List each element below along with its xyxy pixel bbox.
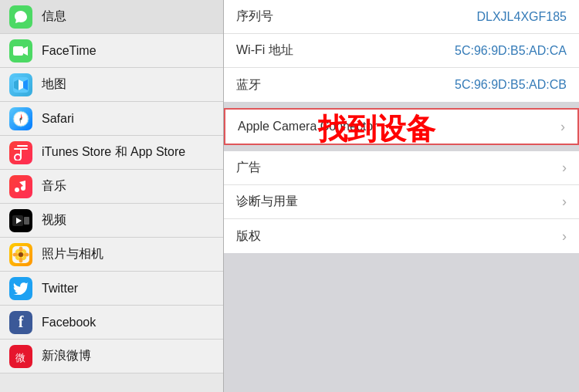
sidebar-label-music: 音乐: [42, 178, 66, 194]
sidebar-label-itunes: iTunes Store 和 App Store: [42, 144, 185, 161]
sidebar-item-music[interactable]: 音乐: [0, 170, 223, 204]
bluetooth-row: 蓝牙 5C:96:9D:B5:AD:CB: [224, 68, 579, 102]
ads-row[interactable]: 广告 ›: [224, 151, 579, 185]
camera-connector-chevron: ›: [560, 119, 565, 135]
sidebar-label-twitter: Twitter: [42, 282, 78, 296]
maps-icon: [9, 73, 32, 96]
serial-label: 序列号: [236, 8, 476, 25]
diagnostics-label: 诊断与用量: [236, 194, 556, 210]
sidebar-item-itunes[interactable]: iTunes Store 和 App Store: [0, 136, 223, 170]
svg-point-21: [24, 252, 29, 256]
svg-point-19: [19, 257, 23, 262]
bluetooth-value: 5C:96:9D:B5:AD:CB: [455, 78, 567, 92]
sidebar-label-safari: Safari: [42, 112, 74, 126]
serial-row: 序列号 DLXJL4XGF185: [224, 0, 579, 34]
svg-point-18: [19, 246, 23, 252]
sidebar-label-photos: 照片与相机: [42, 246, 103, 262]
sidebar-item-messages[interactable]: 信息: [0, 0, 223, 34]
sidebar-item-maps[interactable]: 地图: [0, 68, 223, 102]
svg-point-7: [20, 117, 22, 120]
copyright-chevron: ›: [562, 228, 567, 245]
wifi-row: Wi-Fi 地址 5C:96:9D:B5:AD:CA: [224, 34, 579, 68]
music-icon: [9, 175, 32, 198]
sidebar-label-weibo: 新浪微博: [42, 348, 91, 364]
svg-marker-1: [23, 46, 28, 56]
sidebar-label-video: 视频: [42, 212, 66, 228]
serial-value: DLXJL4XGF185: [476, 10, 567, 24]
sidebar-label-messages: 信息: [42, 8, 66, 25]
copyright-label: 版权: [236, 228, 556, 245]
sidebar-item-facebook[interactable]: f Facebook: [0, 306, 223, 340]
sidebar-item-twitter[interactable]: Twitter: [0, 272, 223, 306]
diagnostics-row[interactable]: 诊断与用量 ›: [224, 185, 579, 219]
twitter-icon: [9, 277, 32, 300]
wifi-value: 5C:96:9D:B5:AD:CA: [455, 44, 567, 58]
svg-rect-0: [13, 46, 23, 56]
svg-rect-15: [24, 217, 29, 225]
safari-icon: [9, 107, 32, 130]
bluetooth-label: 蓝牙: [236, 77, 455, 93]
sidebar-label-facetime: FaceTime: [42, 44, 96, 58]
bottom-section: 广告 › 诊断与用量 › 版权 ›: [224, 151, 579, 253]
sidebar-item-photos[interactable]: 照片与相机: [0, 238, 223, 272]
itunes-icon: [9, 141, 32, 164]
sidebar-item-safari[interactable]: Safari: [0, 102, 223, 136]
video-icon: [9, 209, 32, 232]
svg-point-26: [19, 252, 23, 257]
svg-point-12: [15, 155, 20, 160]
sidebar-item-weibo[interactable]: 微 新浪微博: [0, 340, 223, 373]
svg-text:微: 微: [15, 352, 25, 363]
wifi-label: Wi-Fi 地址: [236, 42, 455, 59]
camera-connector-row[interactable]: Apple Camera Connector 找到设备 ›: [225, 110, 577, 144]
ads-label: 广告: [236, 160, 556, 176]
ads-chevron: ›: [562, 160, 567, 176]
content-area: 序列号 DLXJL4XGF185 Wi-Fi 地址 5C:96:9D:B5:AD…: [224, 0, 579, 392]
facetime-icon: [9, 39, 32, 63]
sidebar-label-maps: 地图: [42, 76, 66, 93]
annotation-text: 找到设备: [318, 110, 435, 149]
copyright-row[interactable]: 版权 ›: [224, 219, 579, 253]
svg-rect-11: [20, 148, 22, 158]
photos-icon: [9, 243, 32, 266]
camera-connector-section[interactable]: Apple Camera Connector 找到设备 ›: [224, 108, 579, 145]
sidebar-item-video[interactable]: 视频: [0, 204, 223, 238]
weibo-icon: 微: [9, 345, 32, 368]
svg-point-20: [13, 252, 19, 256]
svg-rect-8: [17, 145, 28, 147]
sidebar: 信息 FaceTime 地图: [0, 0, 224, 392]
sidebar-label-facebook: Facebook: [42, 316, 96, 329]
messages-icon: [9, 5, 32, 29]
facebook-icon: f: [9, 311, 32, 334]
device-info-section: 序列号 DLXJL4XGF185 Wi-Fi 地址 5C:96:9D:B5:AD…: [224, 0, 579, 102]
diagnostics-chevron: ›: [562, 194, 567, 210]
sidebar-item-facetime[interactable]: FaceTime: [0, 34, 223, 68]
